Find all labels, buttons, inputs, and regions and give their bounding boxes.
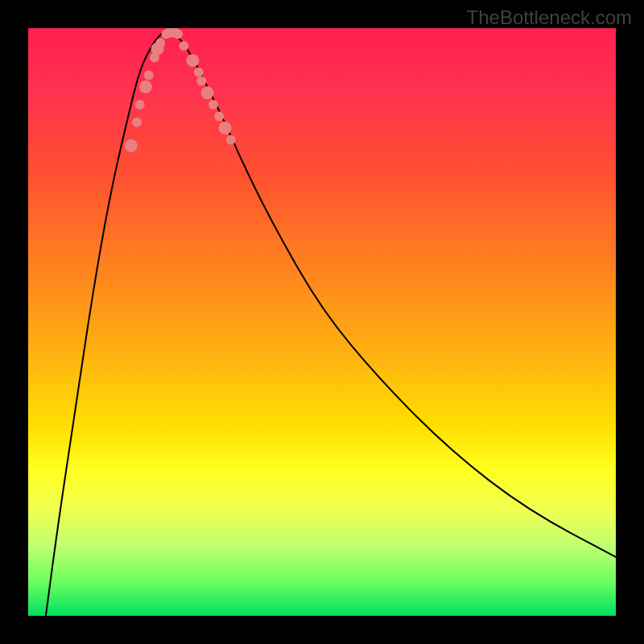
data-point [208,100,218,109]
data-point [155,38,165,47]
data-point [173,29,183,39]
bottleneck-curve [46,30,616,616]
data-point [214,112,224,122]
chart-plot-area [28,28,616,616]
data-point [132,118,142,127]
data-point [201,86,214,99]
data-points-group [125,28,236,152]
chart-svg [28,28,616,616]
data-point [144,70,154,80]
data-point [226,135,236,145]
watermark-text: TheBottleneck.com [467,6,632,29]
data-point [139,80,152,93]
data-point [219,122,232,134]
data-point [135,100,145,109]
data-point [125,139,138,152]
data-point [179,41,188,51]
data-point [196,76,206,86]
data-point [186,54,199,67]
data-point [194,68,204,77]
